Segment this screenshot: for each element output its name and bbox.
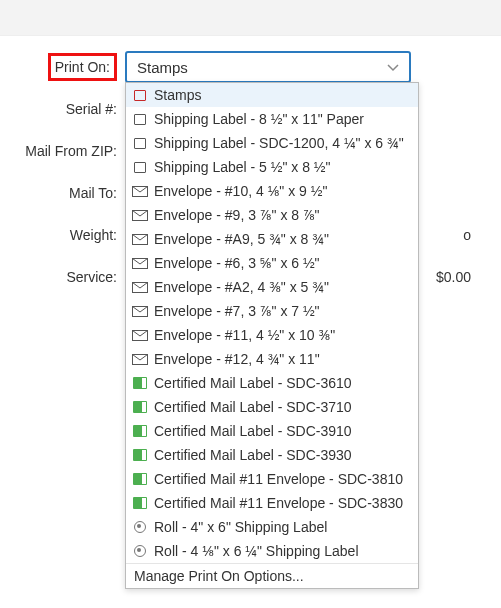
- dropdown-item[interactable]: Shipping Label - SDC-1200, 4 ¼" x 6 ¾": [126, 131, 418, 155]
- dropdown-item-label: Shipping Label - 8 ½" x 11" Paper: [154, 110, 364, 128]
- envelope-icon: [132, 328, 148, 342]
- stamp-icon: [132, 88, 148, 102]
- dropdown-item-label: Certified Mail Label - SDC-3610: [154, 374, 352, 392]
- certified-label-icon: [132, 400, 148, 414]
- dropdown-item[interactable]: Roll - 4 ⅛" x 6 ¼" Shipping Label: [126, 539, 418, 563]
- print-on-select-value: Stamps: [137, 59, 188, 76]
- envelope-icon: [132, 304, 148, 318]
- dropdown-item-label: Stamps: [154, 86, 201, 104]
- dropdown-item-label: Envelope - #A2, 4 ⅜" x 5 ¾": [154, 278, 329, 296]
- sheet-icon: [132, 160, 148, 174]
- envelope-icon: [132, 352, 148, 366]
- print-on-select[interactable]: Stamps: [125, 51, 411, 83]
- roll-icon: [132, 520, 148, 534]
- service-label: Service:: [0, 269, 125, 285]
- roll-icon: [132, 544, 148, 558]
- dropdown-item[interactable]: Shipping Label - 8 ½" x 11" Paper: [126, 107, 418, 131]
- certified-label-icon: [132, 376, 148, 390]
- sheet-icon: [132, 112, 148, 126]
- dropdown-item-label: Envelope - #10, 4 ⅛" x 9 ½": [154, 182, 327, 200]
- dropdown-item-label: Envelope - #11, 4 ½" x 10 ⅜": [154, 326, 335, 344]
- dropdown-item-label: Certified Mail #11 Envelope - SDC-3830: [154, 494, 403, 512]
- chevron-down-icon: [387, 60, 399, 75]
- dropdown-item-label: Shipping Label - SDC-1200, 4 ¼" x 6 ¾": [154, 134, 404, 152]
- dropdown-item[interactable]: Envelope - #A9, 5 ¾" x 8 ¾": [126, 227, 418, 251]
- envelope-icon: [132, 280, 148, 294]
- dropdown-item[interactable]: Envelope - #A2, 4 ⅜" x 5 ¾": [126, 275, 418, 299]
- dropdown-item-label: Certified Mail #11 Envelope - SDC-3810: [154, 470, 403, 488]
- certified-label-icon: [132, 448, 148, 462]
- dropdown-item[interactable]: Certified Mail #11 Envelope - SDC-3810: [126, 467, 418, 491]
- certified-label-icon: [132, 424, 148, 438]
- dropdown-item-label: Certified Mail Label - SDC-3930: [154, 446, 352, 464]
- dropdown-item[interactable]: Envelope - #9, 3 ⅞" x 8 ⅞": [126, 203, 418, 227]
- dropdown-item[interactable]: Envelope - #6, 3 ⅝" x 6 ½": [126, 251, 418, 275]
- dropdown-item-label: Certified Mail Label - SDC-3710: [154, 398, 352, 416]
- dropdown-item[interactable]: Roll - 4" x 6" Shipping Label: [126, 515, 418, 539]
- dropdown-item-label: Envelope - #12, 4 ¾" x 11": [154, 350, 320, 368]
- dropdown-item-label: Certified Mail Label - SDC-3910: [154, 422, 352, 440]
- dropdown-item-label: Envelope - #7, 3 ⅞" x 7 ½": [154, 302, 320, 320]
- dropdown-item[interactable]: Shipping Label - 5 ½" x 8 ½": [126, 155, 418, 179]
- dropdown-item[interactable]: Certified Mail Label - SDC-3910: [126, 419, 418, 443]
- envelope-icon: [132, 208, 148, 222]
- envelope-icon: [132, 232, 148, 246]
- serial-label: Serial #:: [0, 101, 125, 117]
- certified-label-icon: [132, 496, 148, 510]
- sheet-icon: [132, 136, 148, 150]
- envelope-icon: [132, 184, 148, 198]
- mail-from-zip-label: Mail From ZIP:: [0, 143, 125, 159]
- dropdown-item[interactable]: Certified Mail Label - SDC-3930: [126, 443, 418, 467]
- dropdown-item[interactable]: Certified Mail #11 Envelope - SDC-3830: [126, 491, 418, 515]
- dropdown-item[interactable]: Stamps: [126, 83, 418, 107]
- weight-label: Weight:: [0, 227, 125, 243]
- window-header-strip: [0, 0, 501, 36]
- envelope-icon: [132, 256, 148, 270]
- service-trailing-text: $0.00: [436, 269, 481, 285]
- dropdown-item[interactable]: Certified Mail Label - SDC-3610: [126, 371, 418, 395]
- dropdown-item-label: Roll - 4" x 6" Shipping Label: [154, 518, 327, 536]
- print-on-label: Print On:: [48, 53, 117, 81]
- label-cell: Print On:: [0, 53, 125, 81]
- dropdown-item[interactable]: Envelope - #7, 3 ⅞" x 7 ½": [126, 299, 418, 323]
- dropdown-item[interactable]: Envelope - #11, 4 ½" x 10 ⅜": [126, 323, 418, 347]
- form-area: Print On: Stamps Serial #: Mail From ZIP…: [0, 36, 501, 298]
- certified-label-icon: [132, 472, 148, 486]
- dropdown-item-label: Roll - 4 ⅛" x 6 ¼" Shipping Label: [154, 542, 359, 560]
- dropdown-item-label: Envelope - #A9, 5 ¾" x 8 ¾": [154, 230, 329, 248]
- weight-trailing-text: o: [463, 227, 481, 243]
- dropdown-item[interactable]: Envelope - #12, 4 ¾" x 11": [126, 347, 418, 371]
- mail-to-label: Mail To:: [0, 185, 125, 201]
- dropdown-item-label: Shipping Label - 5 ½" x 8 ½": [154, 158, 331, 176]
- print-on-dropdown: StampsShipping Label - 8 ½" x 11" PaperS…: [125, 82, 419, 589]
- dropdown-item-label: Envelope - #6, 3 ⅝" x 6 ½": [154, 254, 320, 272]
- dropdown-item[interactable]: Certified Mail Label - SDC-3710: [126, 395, 418, 419]
- manage-print-on-options[interactable]: Manage Print On Options...: [126, 563, 418, 588]
- dropdown-item-label: Envelope - #9, 3 ⅞" x 8 ⅞": [154, 206, 320, 224]
- dropdown-item[interactable]: Envelope - #10, 4 ⅛" x 9 ½": [126, 179, 418, 203]
